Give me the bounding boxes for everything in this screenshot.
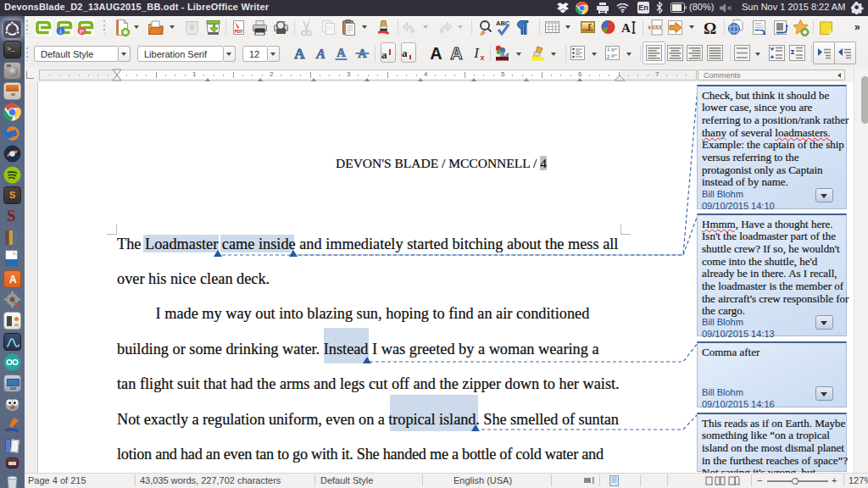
svg-text:A: A	[430, 44, 442, 62]
svg-text:PDF: PDF	[235, 29, 243, 34]
svg-text:A: A	[294, 46, 305, 62]
svg-text:Ω: Ω	[704, 19, 716, 37]
svg-text:x: x	[480, 53, 484, 62]
svg-text:a: a	[381, 48, 387, 61]
svg-text:A: A	[337, 46, 346, 59]
svg-text:A: A	[621, 21, 631, 35]
svg-text:A: A	[315, 47, 326, 61]
svg-text:P: P	[80, 28, 84, 36]
svg-text:a: a	[402, 47, 408, 59]
svg-text:I: I	[473, 45, 480, 61]
svg-text:A: A	[450, 44, 462, 62]
